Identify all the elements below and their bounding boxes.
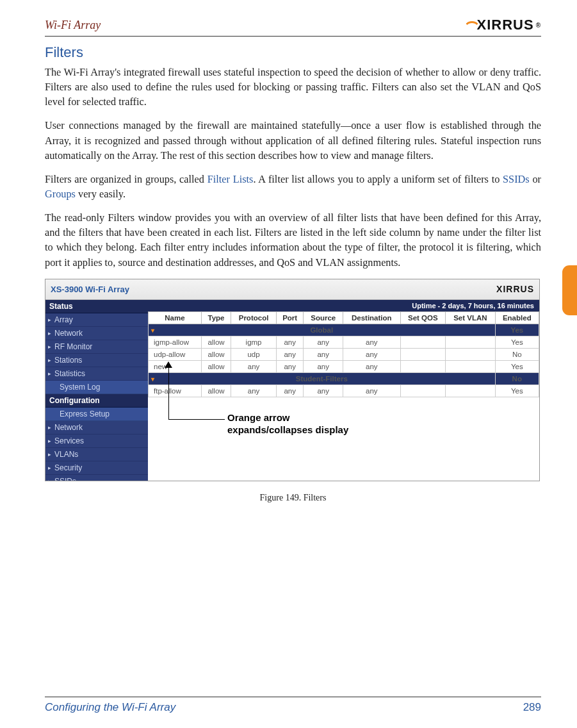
cell: allow (201, 336, 231, 348)
p3-text-d: very easily. (76, 188, 126, 200)
cell: allow (201, 385, 231, 397)
link-groups[interactable]: Groups (45, 188, 76, 200)
cell: any (276, 336, 304, 348)
uptime-bar: Uptime - 2 days, 7 hours, 16 minutes (148, 300, 539, 311)
cell: any (304, 385, 343, 397)
nav-item-statistics[interactable]: ▸Statistics (45, 367, 148, 381)
table-row: udp-allow allow udp any any any No (149, 348, 539, 360)
figure-screenshot: XS-3900 Wi-Fi Array XIRRUS Status ▸Array… (45, 279, 540, 481)
nav-header-status: Status (45, 300, 148, 313)
cell (400, 348, 446, 360)
cell: allow (201, 360, 231, 372)
nav-item-vlans[interactable]: ▸VLANs (45, 448, 148, 461)
nav-label: Network (54, 329, 83, 338)
nav-item-systemlog[interactable]: System Log (45, 381, 148, 394)
wifi-icon (466, 17, 478, 30)
col-port: Port (276, 311, 304, 324)
cell: Yes (495, 336, 539, 348)
table-header-row: Name Type Protocol Port Source Destinati… (149, 311, 539, 324)
cell: any (304, 348, 343, 360)
cell: any (304, 360, 343, 372)
collapse-icon[interactable]: ▾ (151, 376, 154, 383)
section-row-global[interactable]: ▾Global Yes (149, 324, 539, 336)
section-label: Student-Filters (296, 375, 348, 383)
filter-name-link[interactable]: new (149, 360, 202, 372)
col-destination: Destination (343, 311, 401, 324)
cell: any (343, 336, 401, 348)
chevron-right-icon: ▸ (48, 465, 51, 471)
cell: Yes (495, 360, 539, 372)
device-model: XS-3900 Wi-Fi Array (51, 285, 129, 294)
nav-item-array[interactable]: ▸Array (45, 313, 148, 327)
cell: any (231, 360, 277, 372)
chevron-right-icon: ▸ (48, 438, 51, 444)
cell (446, 336, 495, 348)
section-label: Global (310, 326, 333, 334)
table-row: ftp-allow allow any any any any Yes (149, 385, 539, 397)
nav-item-security[interactable]: ▸Security (45, 461, 148, 475)
cell: any (304, 336, 343, 348)
chevron-right-icon: ▸ (48, 330, 51, 336)
nav-item-network[interactable]: ▸Network (45, 327, 148, 340)
figure-caption: Figure 149. Filters (45, 493, 541, 503)
paragraph-3: Filters are organized in groups, called … (45, 172, 541, 201)
nav-label: Statistics (54, 369, 85, 378)
cell: igmp (231, 336, 277, 348)
nav-label: Security (54, 463, 82, 472)
screenshot-titlebar: XS-3900 Wi-Fi Array XIRRUS (45, 279, 539, 300)
chevron-right-icon: ▸ (48, 357, 51, 363)
cell: any (276, 360, 304, 372)
callout-line1: Orange arrow (227, 412, 290, 423)
nav-item-rfmonitor[interactable]: ▸RF Monitor (45, 340, 148, 354)
nav-item-ssids[interactable]: ▸SSIDs (45, 475, 148, 481)
p3-text-c: or (530, 173, 541, 185)
link-ssids[interactable]: SSIDs (503, 173, 530, 185)
nav-item-express[interactable]: Express Setup (45, 408, 148, 421)
table-row: igmp-allow allow igmp any any any Yes (149, 336, 539, 348)
nav-item-services[interactable]: ▸Services (45, 434, 148, 448)
col-enabled: Enabled (495, 311, 539, 324)
nav-label: SSIDs (54, 477, 76, 481)
section-title: Filters (45, 44, 541, 61)
cell: udp (231, 348, 277, 360)
col-qos: Set QOS (400, 311, 446, 324)
page-header: Wi-Fi Array XIRRUS® (45, 17, 541, 37)
section-row-student[interactable]: ▾Student-Filters No (149, 372, 539, 385)
nav-label: Stations (54, 356, 82, 365)
brand-text: XIRRUS (477, 17, 534, 33)
cell (400, 336, 446, 348)
cell (446, 348, 495, 360)
nav-header-config: Configuration (45, 394, 148, 408)
col-vlan: Set VLAN (446, 311, 495, 324)
filter-name-link[interactable]: udp-allow (149, 348, 202, 360)
sidebar-nav: Status ▸Array ▸Network ▸RF Monitor ▸Stat… (45, 300, 148, 481)
filters-table: Name Type Protocol Port Source Destinati… (148, 311, 539, 397)
paragraph-1: The Wi-Fi Array's integrated firewall us… (45, 65, 541, 109)
cell (446, 385, 495, 397)
header-product: Wi-Fi Array (45, 19, 101, 32)
nav-label: Array (54, 315, 73, 324)
footer-page-number: 289 (523, 701, 541, 714)
chevron-right-icon: ▸ (48, 451, 51, 458)
filter-name-link[interactable]: ftp-allow (149, 385, 202, 397)
filter-name-link[interactable]: igmp-allow (149, 336, 202, 348)
col-protocol: Protocol (231, 311, 277, 324)
nav-item-stations[interactable]: ▸Stations (45, 354, 148, 367)
nav-label: Services (54, 436, 84, 445)
nav-label: Network (54, 423, 83, 432)
chevron-right-icon: ▸ (48, 424, 51, 431)
collapse-icon[interactable]: ▾ (151, 327, 154, 334)
cell: Yes (495, 385, 539, 397)
registered-mark: ® (536, 22, 541, 29)
paragraph-4: The read-only Filters window provides yo… (45, 210, 541, 270)
callout-annotation: Orange arrow expands/collapses display (227, 411, 348, 436)
cell: any (343, 385, 401, 397)
chevron-right-icon: ▸ (48, 317, 51, 323)
cell: any (343, 360, 401, 372)
table-row: new allow any any any any Yes (149, 360, 539, 372)
link-filter-lists[interactable]: Filter Lists (207, 173, 254, 185)
cell: No (495, 348, 539, 360)
nav-label: VLANs (54, 450, 78, 459)
nav-item-network2[interactable]: ▸Network (45, 421, 148, 434)
p3-text-b: . A filter list allows you to apply a un… (253, 173, 503, 185)
